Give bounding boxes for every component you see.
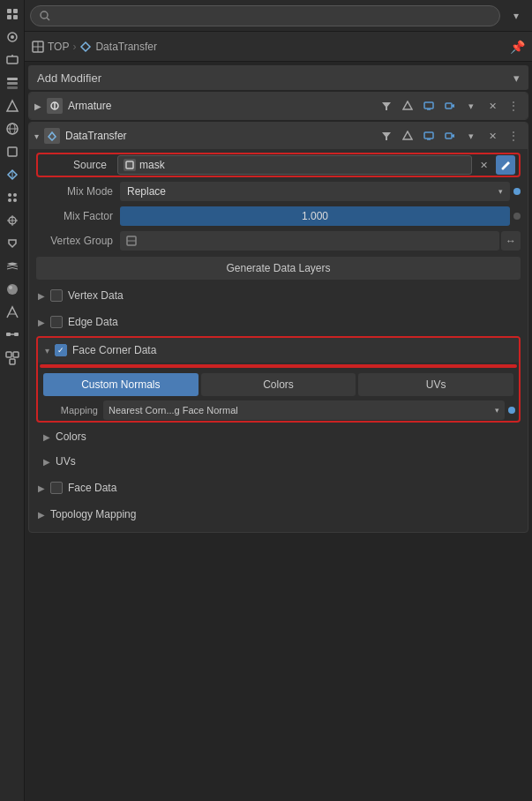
svg-rect-42: [446, 103, 452, 109]
datatransfer-modifier-header[interactable]: ▾ DataTransfer: [29, 123, 528, 149]
datatransfer-modifier-controls: ▾ ✕ ⋮: [378, 127, 522, 145]
sidebar-icon-material[interactable]: [2, 279, 23, 300]
datatransfer-body: Source mask ✕ Mix Mode: [29, 149, 528, 532]
source-label: Source: [41, 159, 112, 171]
sidebar-icon-output[interactable]: [2, 49, 23, 71]
sidebar-icon-physics[interactable]: [2, 210, 23, 231]
sidebar-icon-particles[interactable]: [2, 187, 23, 208]
svg-point-18: [13, 193, 17, 197]
mapping-row: Mapping Nearest Corn...g Face Normal ▾: [38, 400, 519, 421]
sidebar-icon-world[interactable]: [2, 118, 23, 139]
breadcrumb: TOP › DataTransfer 📌: [25, 32, 532, 62]
datatransfer-modifier: ▾ DataTransfer: [28, 122, 528, 533]
sidebar-icon-object[interactable]: [2, 141, 23, 162]
source-mesh-icon: [124, 159, 136, 171]
svg-marker-11: [7, 101, 18, 111]
svg-rect-3: [13, 15, 18, 19]
svg-rect-2: [7, 15, 11, 19]
datatransfer-expand-chevron[interactable]: ▾: [462, 127, 480, 145]
pin-icon[interactable]: 📌: [510, 40, 525, 54]
sidebar-icon-compositor[interactable]: [2, 348, 23, 369]
armature-camera-icon[interactable]: [441, 97, 459, 115]
datatransfer-mesh-icon[interactable]: [399, 127, 416, 145]
vertex-group-input[interactable]: [120, 231, 499, 251]
svg-rect-1: [13, 9, 18, 13]
uvs-chevron: ▶: [43, 457, 50, 467]
mix-mode-value[interactable]: Replace ▾: [120, 182, 510, 201]
source-clear-button[interactable]: ✕: [477, 160, 491, 171]
armature-modifier-controls: ▾ ✕ ⋮: [378, 97, 522, 115]
edge-data-checkbox[interactable]: [50, 316, 63, 328]
mapping-value[interactable]: Nearest Corn...g Face Normal ▾: [103, 400, 505, 420]
topology-mapping-header[interactable]: ▶ Topology Mapping: [36, 504, 521, 525]
subtab-colors[interactable]: Colors: [201, 373, 356, 396]
armature-screen-icon[interactable]: [420, 97, 438, 115]
colors-label: Colors: [56, 430, 86, 443]
sidebar-icon-constraints[interactable]: [2, 233, 23, 254]
mix-factor-value[interactable]: 1.000: [120, 206, 510, 226]
mix-mode-dot[interactable]: [513, 188, 521, 195]
svg-point-19: [8, 198, 11, 202]
search-bar[interactable]: [30, 5, 500, 26]
datatransfer-camera-icon[interactable]: [441, 127, 459, 145]
source-input[interactable]: mask: [117, 155, 472, 175]
svg-point-24: [7, 284, 18, 295]
datatransfer-name: DataTransfer: [65, 130, 372, 142]
add-modifier-button[interactable]: Add Modifier ▾: [28, 65, 528, 90]
svg-rect-8: [7, 78, 18, 80]
checkmark-icon: ✓: [57, 346, 64, 355]
sidebar-icon-view-layer[interactable]: [2, 72, 23, 94]
face-data-header[interactable]: ▶ Face Data: [36, 477, 521, 498]
menu-toggle[interactable]: ▾: [506, 5, 527, 26]
mapping-dot[interactable]: [508, 407, 515, 414]
subtab-uvs[interactable]: UVs: [358, 373, 513, 396]
armature-modifier: ▶ Armature: [28, 92, 528, 120]
vertex-group-arrows[interactable]: ↔: [501, 231, 521, 251]
datatransfer-close-button[interactable]: ✕: [483, 127, 501, 145]
edge-data-header[interactable]: ▶ Edge Data: [36, 311, 521, 333]
sidebar-icon-data[interactable]: [2, 256, 23, 277]
vertex-data-section: ▶ Vertex Data: [36, 285, 521, 306]
svg-point-33: [41, 11, 48, 19]
colors-subsection[interactable]: ▶ Colors: [36, 426, 521, 447]
armature-filter-icon[interactable]: [378, 97, 395, 115]
armature-dots-menu[interactable]: ⋮: [505, 97, 522, 115]
svg-rect-9: [7, 82, 18, 85]
vertex-group-label: Vertex Group: [36, 235, 120, 247]
sidebar-icon-uv[interactable]: [2, 302, 23, 323]
breadcrumb-view-icon: [32, 41, 44, 53]
edge-data-label: Edge Data: [68, 316, 118, 328]
vertex-group-row: Vertex Group ↔: [36, 230, 521, 251]
armature-expand-chevron[interactable]: ▾: [462, 97, 480, 115]
datatransfer-modifier-icon: [44, 128, 60, 144]
datatransfer-filter-icon[interactable]: [378, 127, 395, 145]
svg-rect-28: [14, 333, 19, 336]
face-corner-header[interactable]: ▾ ✓ Face Corner Data: [38, 338, 519, 363]
mix-factor-dot[interactable]: [513, 213, 521, 220]
face-corner-checkbox[interactable]: ✓: [55, 344, 67, 356]
source-eyedropper-button[interactable]: [496, 155, 515, 175]
vertex-data-header[interactable]: ▶ Vertex Data: [36, 285, 521, 306]
armature-modifier-header[interactable]: ▶ Armature: [29, 93, 528, 119]
subtab-custom-normals[interactable]: Custom Normals: [43, 373, 199, 396]
properties-content: Add Modifier ▾ ▶ Armature: [25, 62, 532, 801]
armature-close-button[interactable]: ✕: [483, 97, 501, 115]
sidebar-icon-render[interactable]: [2, 26, 23, 48]
vertex-data-checkbox[interactable]: [50, 289, 63, 302]
face-data-checkbox[interactable]: [50, 482, 63, 494]
face-corner-subtabs: Custom Normals Colors UVs: [38, 370, 519, 400]
datatransfer-screen-icon[interactable]: [420, 127, 438, 145]
datatransfer-dots-menu[interactable]: ⋮: [505, 127, 522, 145]
datatransfer-collapse-chevron: ▾: [34, 131, 39, 141]
sidebar-icon-scenes[interactable]: [2, 4, 23, 25]
sidebar-icon-shader[interactable]: [2, 325, 23, 346]
edge-data-section: ▶ Edge Data: [36, 311, 521, 333]
mapping-chevron: ▾: [495, 406, 499, 415]
sidebar-icon-modifier[interactable]: [2, 164, 23, 185]
sidebar-icon-scene[interactable]: [2, 95, 23, 116]
uvs-subsection[interactable]: ▶ UVs: [36, 451, 521, 472]
face-data-label: Face Data: [68, 482, 116, 494]
vertex-data-label: Vertex Data: [68, 289, 124, 302]
armature-mesh-icon[interactable]: [399, 97, 416, 115]
generate-data-layers-button[interactable]: Generate Data Layers: [36, 257, 521, 280]
